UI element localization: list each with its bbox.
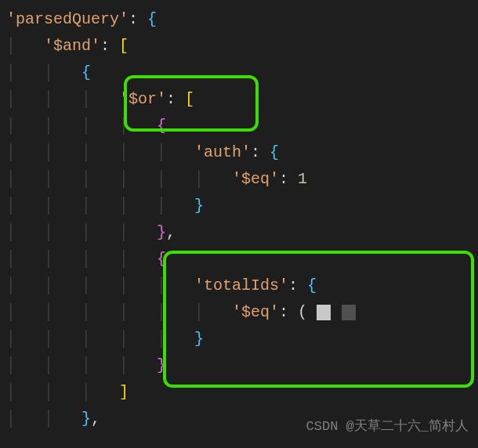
colon: : <box>100 37 119 55</box>
json-key: '$eq' <box>232 170 279 188</box>
open-brace: { <box>270 143 279 161</box>
code-line: │ │ │ │ { <box>6 246 478 273</box>
code-line: │ │ │ │ │ │ '$eq': 1 <box>6 166 478 193</box>
close-brace: } <box>194 197 204 215</box>
watermark-text: CSDN @天草二十六_简村人 <box>306 416 469 439</box>
close-brace: } <box>81 410 91 428</box>
code-line: │ │ │ ] <box>6 379 478 406</box>
json-key: 'auth' <box>194 143 251 161</box>
redacted-block <box>342 305 356 320</box>
open-brace: { <box>157 117 166 135</box>
colon: : <box>166 90 185 108</box>
code-line: │ │ │ │ │ } <box>6 193 478 219</box>
open-paren: ( <box>298 303 307 321</box>
code-line: │ │ │ '$or': [ <box>6 86 478 113</box>
json-number: 1 <box>298 170 307 188</box>
code-line: │ │ │ │ │ 'totalIds': { <box>6 273 478 299</box>
code-line: 'parsedQuery': { <box>6 6 478 33</box>
json-key: 'totalIds' <box>194 276 288 294</box>
open-brace: { <box>147 10 157 28</box>
open-brace: { <box>157 250 166 268</box>
code-line: │ │ │ │ │ } <box>6 326 478 352</box>
close-brace: } <box>157 356 166 374</box>
json-key: 'parsedQuery' <box>6 10 129 28</box>
comma: , <box>91 410 100 428</box>
close-brace: } <box>194 330 204 348</box>
close-bracket: ] <box>119 383 129 401</box>
json-key: '$and' <box>44 37 100 55</box>
colon: : <box>251 143 270 161</box>
json-key: '$eq' <box>232 303 279 321</box>
json-key: '$or' <box>119 90 166 108</box>
open-brace: { <box>307 276 317 294</box>
redacted-block <box>317 305 331 320</box>
code-line: │ │ │ │ { <box>6 113 478 139</box>
code-line: │ │ { <box>6 60 478 86</box>
code-editor-content: 'parsedQuery': { │ '$and': [ │ │ { │ │ │… <box>6 6 478 432</box>
open-brace: { <box>81 63 91 81</box>
colon: : <box>129 10 147 28</box>
colon: : <box>279 170 298 188</box>
code-line: │ │ │ │ } <box>6 352 478 379</box>
code-line: │ │ │ │ │ │ '$eq': ( <box>6 299 478 326</box>
open-bracket: [ <box>185 90 194 108</box>
colon: : <box>279 303 298 321</box>
code-line: │ '$and': [ <box>6 33 478 60</box>
comma: , <box>166 223 176 241</box>
code-line: │ │ │ │ │ 'auth': { <box>6 139 478 166</box>
close-brace: } <box>157 223 166 241</box>
colon: : <box>288 276 307 294</box>
code-line: │ │ │ │ }, <box>6 219 478 246</box>
open-bracket: [ <box>119 37 129 55</box>
